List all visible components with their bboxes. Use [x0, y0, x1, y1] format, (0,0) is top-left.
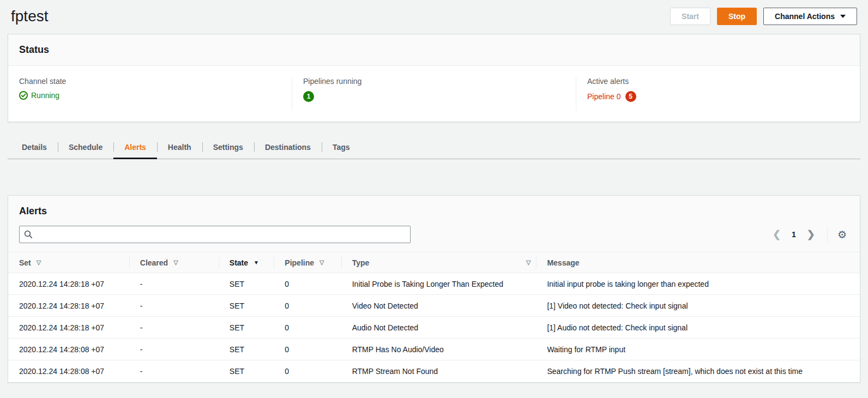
tab-health[interactable]: Health — [157, 137, 202, 159]
cell-message: [1] Video not detected: Check input sign… — [536, 295, 860, 317]
page-root: fptest Start Stop Channel Actions Status… — [0, 0, 868, 383]
table-row: 2020.12.24 14:28:18 +07 - SET 0 Initial … — [8, 273, 860, 295]
active-alerts-section: Active alerts Pipeline 0 5 — [576, 77, 860, 111]
channel-state-text: Running — [31, 91, 59, 100]
sort-desc-icon: ▼ — [254, 260, 259, 266]
pagination-current-page[interactable]: 1 — [787, 230, 800, 239]
column-label: Set — [19, 258, 31, 267]
cell-cleared: - — [129, 339, 219, 360]
chevron-right-icon: ❯ — [807, 230, 815, 239]
cell-state: SET — [219, 273, 274, 295]
cell-type: Audio Not Detected — [341, 317, 537, 339]
column-header-state[interactable]: State▼ — [219, 252, 274, 273]
tab-schedule[interactable]: Schedule — [58, 137, 113, 159]
channel-header: fptest Start Stop Channel Actions — [8, 0, 860, 33]
cell-cleared: - — [129, 360, 219, 382]
cell-pipeline: 0 — [274, 295, 341, 317]
cell-pipeline: 0 — [274, 360, 341, 382]
toolbar-divider — [827, 227, 828, 242]
channel-state-section: Channel state Running — [8, 77, 292, 111]
table-row: 2020.12.24 14:28:18 +07 - SET 0 Audio No… — [8, 317, 860, 339]
cell-state: SET — [219, 339, 274, 360]
cell-set: 2020.12.24 14:28:18 +07 — [8, 273, 129, 295]
alerts-card: Alerts ❮ 1 ❯ — [8, 195, 860, 383]
alerts-table-header-row: Set▽ Cleared▽ State▼ Pipeline▽ Type▽ — [8, 252, 860, 273]
tab-destinations[interactable]: Destinations — [254, 137, 322, 159]
active-alerts-count-badge: 5 — [625, 91, 636, 102]
chevron-left-icon: ❮ — [773, 230, 781, 239]
cell-set: 2020.12.24 14:28:18 +07 — [8, 295, 129, 317]
table-row: 2020.12.24 14:28:08 +07 - SET 0 RTMP Has… — [8, 339, 860, 360]
pipeline-0-alerts-link[interactable]: Pipeline 0 — [587, 92, 621, 101]
alerts-table: Set▽ Cleared▽ State▼ Pipeline▽ Type▽ — [8, 252, 860, 382]
column-label: Type — [352, 258, 370, 267]
alerts-search-box — [19, 226, 411, 243]
pagination-prev-button[interactable]: ❮ — [768, 227, 785, 242]
tab-tags[interactable]: Tags — [322, 137, 361, 159]
cell-type: Initial Probe is Taking Longer Than Expe… — [341, 273, 537, 295]
stop-button[interactable]: Stop — [717, 8, 757, 25]
cell-set: 2020.12.24 14:28:08 +07 — [8, 360, 129, 382]
channel-actions-toolbar: Start Stop Channel Actions — [670, 7, 857, 25]
column-header-cleared[interactable]: Cleared▽ — [129, 252, 219, 273]
cell-type: RTMP Stream Not Found — [341, 360, 537, 382]
cell-state: SET — [219, 317, 274, 339]
gear-icon: ⚙ — [837, 229, 847, 240]
status-card: Status Channel state Running Pipelines r… — [8, 34, 860, 122]
cell-message: [1] Audio not detected: Check input sign… — [536, 317, 860, 339]
column-label: Pipeline — [285, 258, 314, 267]
channel-tabs-bar: Details Schedule Alerts Health Settings … — [8, 137, 860, 159]
sort-icon: ▽ — [37, 260, 41, 266]
cell-set: 2020.12.24 14:28:18 +07 — [8, 317, 129, 339]
channel-state-label: Channel state — [19, 77, 281, 86]
column-header-set[interactable]: Set▽ — [8, 252, 129, 273]
cell-message: Waiting for RTMP input — [536, 339, 860, 360]
cell-pipeline: 0 — [274, 317, 341, 339]
table-row: 2020.12.24 14:28:08 +07 - SET 0 RTMP Str… — [8, 360, 860, 382]
column-header-message[interactable]: Message — [536, 252, 860, 273]
cell-state: SET — [219, 360, 274, 382]
channel-actions-label: Channel Actions — [775, 12, 835, 21]
cell-message: Initial input probe is taking longer tha… — [536, 273, 860, 295]
alerts-card-header: Alerts ❮ 1 ❯ — [8, 196, 860, 252]
status-title: Status — [19, 44, 849, 56]
cell-pipeline: 0 — [274, 339, 341, 360]
alerts-search-input[interactable] — [37, 230, 406, 239]
cell-cleared: - — [129, 273, 219, 295]
cell-pipeline: 0 — [274, 273, 341, 295]
pipelines-running-label: Pipelines running — [303, 77, 565, 86]
alerts-toolbar: ❮ 1 ❯ ⚙ — [19, 226, 849, 243]
tab-alerts[interactable]: Alerts — [113, 137, 157, 159]
column-label: Cleared — [140, 258, 168, 267]
cell-message: Searching for RTMP Push stream [stream],… — [536, 360, 860, 382]
tab-settings[interactable]: Settings — [202, 137, 254, 159]
channel-actions-dropdown[interactable]: Channel Actions — [763, 8, 857, 25]
sort-icon: ▽ — [526, 260, 531, 266]
alerts-table-body: 2020.12.24 14:28:18 +07 - SET 0 Initial … — [8, 273, 860, 382]
cell-type: Video Not Detected — [341, 295, 537, 317]
sort-icon: ▽ — [320, 260, 324, 266]
alerts-title: Alerts — [19, 206, 849, 217]
column-header-pipeline[interactable]: Pipeline▽ — [274, 252, 341, 273]
column-label: State — [230, 258, 248, 267]
check-circle-icon — [19, 91, 28, 100]
column-label: Message — [547, 258, 579, 267]
status-body: Channel state Running Pipelines running … — [8, 66, 860, 122]
column-header-type[interactable]: Type▽ — [341, 252, 537, 273]
table-row: 2020.12.24 14:28:18 +07 - SET 0 Video No… — [8, 295, 860, 317]
status-card-header: Status — [8, 34, 860, 66]
start-button[interactable]: Start — [670, 8, 710, 25]
cell-state: SET — [219, 295, 274, 317]
sort-icon: ▽ — [173, 260, 178, 266]
chevron-down-icon — [840, 15, 846, 18]
cell-set: 2020.12.24 14:28:08 +07 — [8, 339, 129, 360]
tab-details[interactable]: Details — [11, 137, 58, 159]
channel-tabs: Details Schedule Alerts Health Settings … — [11, 137, 857, 159]
pagination-next-button[interactable]: ❯ — [803, 227, 819, 242]
cell-cleared: - — [129, 317, 219, 339]
magnifier-icon — [24, 230, 33, 239]
pipelines-running-section: Pipelines running 1 — [292, 77, 576, 111]
alerts-pagination: ❮ 1 ❯ ⚙ — [768, 227, 849, 242]
pipelines-running-badge: 1 — [303, 91, 314, 102]
table-preferences-button[interactable]: ⚙ — [835, 228, 849, 241]
